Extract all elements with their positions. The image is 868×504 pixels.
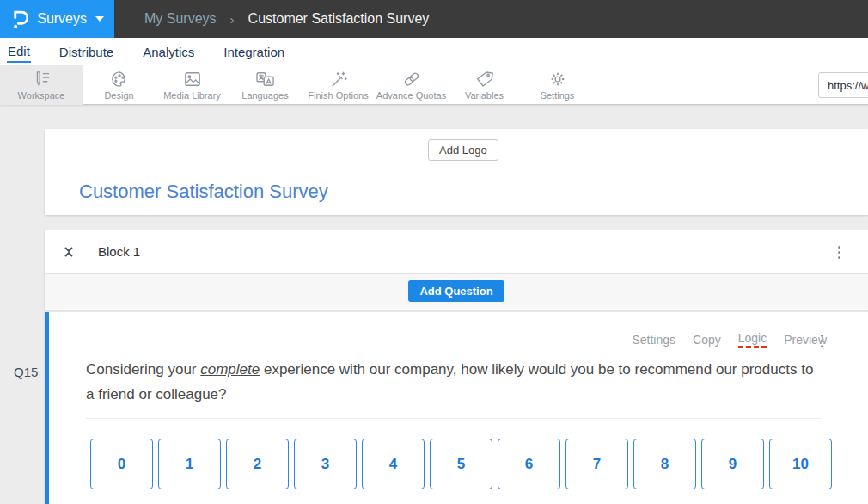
tab-integration[interactable]: Integration <box>223 41 285 62</box>
breadcrumb-my-surveys[interactable]: My Surveys <box>144 11 217 27</box>
survey-header-card: Add Logo Customer Satisfaction Survey <box>45 129 868 215</box>
toolbar-item-variables[interactable]: Variables <box>448 65 521 105</box>
breadcrumb: My Surveys › Customer Satisfaction Surve… <box>114 0 429 38</box>
finish-options-icon <box>329 71 348 88</box>
block-header: Block 1 <box>45 230 868 274</box>
block-footer: Add Question <box>45 274 868 309</box>
design-icon <box>110 71 129 88</box>
workspace-icon <box>32 71 51 88</box>
nps-option-4[interactable]: 4 <box>362 439 425 489</box>
media-library-icon <box>183 71 202 88</box>
toolbar-item-label: Workspace <box>18 90 65 101</box>
toolbar-item-workspace[interactable]: Workspace <box>0 65 83 105</box>
toolbar-item-label: Settings <box>541 90 575 101</box>
app-menu[interactable]: Surveys <box>0 0 114 38</box>
chevron-down-icon <box>95 16 104 22</box>
nps-option-7[interactable]: 7 <box>565 439 628 489</box>
nps-option-1[interactable]: 1 <box>158 439 221 489</box>
languages-icon <box>255 71 276 88</box>
nps-option-6[interactable]: 6 <box>498 439 560 489</box>
tab-analytics[interactable]: Analytics <box>142 41 195 62</box>
question-text-part: Considering your <box>86 361 200 378</box>
toolbar-item-advance-quotas[interactable]: Advance Quotas <box>375 65 448 105</box>
questionpro-logo-icon <box>10 7 28 31</box>
add-logo-button[interactable]: Add Logo <box>428 139 498 161</box>
survey-title[interactable]: Customer Satisfaction Survey <box>79 181 328 203</box>
question-card: Settings Copy Logic Preview Considering … <box>45 312 868 504</box>
toolbar-item-finish-options[interactable]: Finish Options <box>302 65 375 105</box>
nps-option-8[interactable]: 8 <box>633 439 696 489</box>
nps-option-2[interactable]: 2 <box>226 439 289 489</box>
tab-edit[interactable]: Edit <box>7 40 31 63</box>
advance-quotas-icon <box>402 71 421 88</box>
question-actions: Settings Copy Logic Preview <box>614 331 827 348</box>
block-title[interactable]: Block 1 <box>98 244 140 259</box>
app-menu-label: Surveys <box>37 11 87 27</box>
question-logic-link[interactable]: Logic <box>738 331 767 348</box>
toolbar-item-languages[interactable]: Languages <box>229 65 302 105</box>
nps-option-0[interactable]: 0 <box>90 439 153 489</box>
toolbar-item-media-library[interactable]: Media Library <box>156 65 229 105</box>
nps-option-9[interactable]: 9 <box>701 439 764 489</box>
tab-distribute[interactable]: Distribute <box>58 41 114 62</box>
settings-icon <box>548 71 567 88</box>
nps-option-3[interactable]: 3 <box>294 439 357 489</box>
survey-url-input[interactable] <box>818 72 868 98</box>
toolbar-item-design[interactable]: Design <box>83 65 156 105</box>
breadcrumb-separator: › <box>230 12 235 27</box>
question-menu-kebab-icon[interactable] <box>817 329 827 352</box>
variables-icon <box>475 71 494 88</box>
question-copy-link[interactable]: Copy <box>693 333 721 347</box>
add-question-button[interactable]: Add Question <box>408 280 504 302</box>
nps-scale: 0 1 2 3 4 5 6 7 8 9 10 <box>90 439 837 489</box>
breadcrumb-current-survey: Customer Satisfaction Survey <box>248 11 430 27</box>
top-bar: Surveys My Surveys › Customer Satisfacti… <box>0 0 868 38</box>
question-settings-link[interactable]: Settings <box>632 333 675 347</box>
toolbar-item-label: Variables <box>465 90 504 101</box>
toolbar-item-label: Languages <box>241 90 288 101</box>
collapse-block-icon[interactable] <box>62 245 76 259</box>
block-card: Block 1 Add Question <box>45 230 868 310</box>
nps-option-10[interactable]: 10 <box>769 439 832 489</box>
toolbar-item-label: Design <box>104 90 133 101</box>
main-nav-tabs: Edit Distribute Analytics Integration <box>0 38 868 65</box>
toolbar-item-settings[interactable]: Settings <box>521 65 594 105</box>
question-id-label: Q15 <box>14 365 38 379</box>
nps-option-5[interactable]: 5 <box>430 439 492 489</box>
block-menu-kebab-icon[interactable] <box>834 241 844 263</box>
toolbar-item-label: Media Library <box>163 90 221 101</box>
question-text-emphasis: complete <box>200 361 260 378</box>
edit-toolbar: Workspace Design Media Library Languages… <box>0 65 868 105</box>
question-text[interactable]: Considering your complete experience wit… <box>86 357 821 419</box>
toolbar-item-label: Finish Options <box>308 90 368 101</box>
toolbar-item-label: Advance Quotas <box>376 90 446 101</box>
